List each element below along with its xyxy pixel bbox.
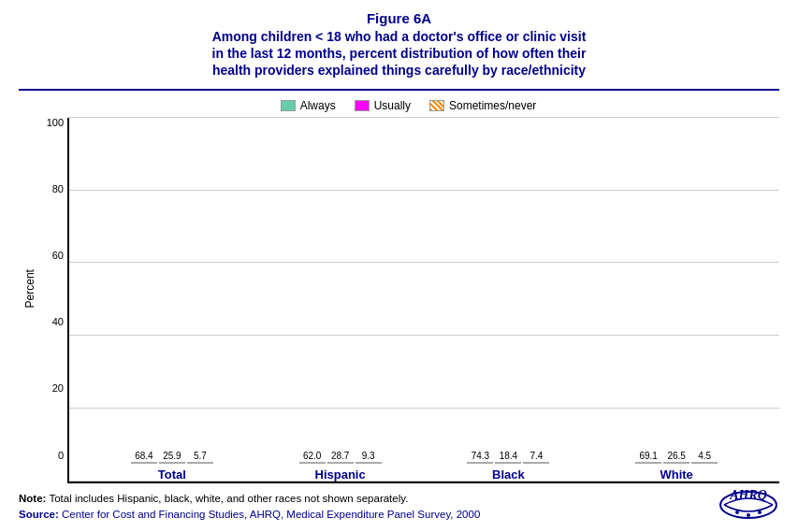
bar-wrap: 18.4: [495, 451, 521, 464]
bar-always: [467, 462, 493, 464]
source-label: Source:: [19, 509, 59, 520]
ahrq-svg: AHRQ: [718, 479, 779, 521]
note-text: Total includes Hispanic, black, white, a…: [49, 493, 408, 504]
bar-group: 69.126.54.5White: [635, 451, 718, 482]
legend-sometimes: Sometimes/never: [429, 99, 536, 112]
bar-wrap: 7.4: [523, 451, 549, 464]
ahrq-logo: AHRQ: [718, 479, 779, 521]
bar-wrap: 74.3: [467, 451, 493, 464]
y-tick-80: 80: [52, 184, 64, 194]
plot-area: 68.425.95.7Total62.028.79.3Hispanic74.31…: [67, 118, 779, 482]
bars-row: 62.028.79.3: [299, 451, 382, 464]
bar-value-label: 74.3: [472, 451, 489, 461]
y-tick-60: 60: [52, 251, 64, 261]
graph-wrapper: 0 20 40 60 80 100 68.425.95.7Total62.028…: [37, 118, 779, 482]
bar-group: 68.425.95.7Total: [131, 451, 213, 482]
y-ticks: 0 20 40 60 80 100: [37, 118, 67, 482]
bars-row: 74.318.47.4: [467, 451, 549, 464]
bar-value-label: 18.4: [500, 451, 517, 461]
bar-value-label: 7.4: [530, 451, 543, 461]
bars-row: 69.126.54.5: [635, 451, 718, 464]
bar-wrap: 9.3: [355, 451, 382, 464]
legend-sometimes-label: Sometimes/never: [449, 99, 536, 112]
bar-always: [131, 462, 157, 464]
title-divider: [19, 89, 779, 91]
bar-wrap: 26.5: [663, 451, 689, 464]
bar-sometimes: [355, 462, 382, 464]
y-axis-label: Percent: [19, 95, 37, 482]
bar-groups: 68.425.95.7Total62.028.79.3Hispanic74.31…: [69, 118, 779, 481]
bar-group-label: Black: [492, 467, 525, 482]
legend-sometimes-box: [429, 100, 444, 111]
legend-always-box: [281, 100, 296, 111]
bar-value-label: 4.5: [698, 451, 711, 461]
svg-point-4: [758, 510, 762, 514]
bar-group: 62.028.79.3Hispanic: [299, 451, 382, 482]
bar-value-label: 69.1: [639, 451, 657, 461]
chart-area: Always Usually Sometimes/never 0 20 40: [37, 95, 779, 482]
bar-usually: [327, 462, 354, 464]
bar-group-label: White: [660, 467, 692, 482]
bar-wrap: 28.7: [327, 451, 354, 464]
bar-wrap: 4.5: [691, 451, 718, 464]
bar-wrap: 25.9: [159, 451, 185, 464]
bar-value-label: 25.9: [163, 451, 181, 461]
bar-always: [635, 462, 661, 464]
y-tick-20: 20: [52, 383, 64, 394]
note-line: Note: Total includes Hispanic, black, wh…: [19, 491, 779, 507]
bar-usually: [159, 462, 185, 464]
bar-wrap: 62.0: [299, 451, 326, 464]
legend-always: Always: [281, 99, 336, 112]
bar-sometimes: [691, 462, 718, 464]
bar-value-label: 68.4: [135, 451, 152, 461]
y-tick-100: 100: [47, 118, 64, 128]
bar-value-label: 5.7: [194, 451, 207, 461]
note-label: Note:: [19, 493, 46, 504]
bar-usually: [495, 462, 521, 464]
bar-always: [299, 462, 326, 464]
bar-group: 74.318.47.4Black: [467, 451, 549, 482]
bar-wrap: 5.7: [187, 451, 213, 464]
bar-value-label: 62.0: [303, 451, 321, 461]
bar-group-label: Total: [158, 467, 186, 482]
footnotes: Note: Total includes Hispanic, black, wh…: [19, 491, 779, 524]
legend-usually: Usually: [355, 99, 411, 112]
legend-always-label: Always: [300, 99, 336, 112]
legend-usually-label: Usually: [374, 99, 411, 112]
svg-point-2: [735, 510, 739, 514]
bar-wrap: 68.4: [131, 451, 157, 464]
y-tick-40: 40: [52, 317, 64, 327]
bar-value-label: 28.7: [331, 451, 349, 461]
bar-wrap: 69.1: [635, 451, 661, 464]
page: Figure 6A Among children < 18 who had a …: [0, 0, 798, 532]
figure-title: Figure 6A: [19, 9, 779, 28]
svg-point-3: [747, 513, 750, 517]
bar-sometimes: [523, 462, 549, 464]
chart-container: Percent Always Usually Sometimes/never: [19, 95, 779, 482]
y-tick-0: 0: [58, 451, 64, 461]
bar-group-label: Hispanic: [315, 467, 366, 482]
bar-usually: [663, 462, 689, 464]
bar-value-label: 26.5: [667, 451, 685, 461]
source-line: Source: Center for Cost and Financing St…: [19, 507, 779, 523]
legend: Always Usually Sometimes/never: [37, 99, 779, 112]
title-area: Figure 6A Among children < 18 who had a …: [19, 9, 779, 79]
source-text: Center for Cost and Financing Studies, A…: [62, 509, 480, 520]
bar-sometimes: [187, 462, 213, 464]
figure-subtitle: Among children < 18 who had a doctor's o…: [19, 28, 779, 79]
bar-value-label: 9.3: [362, 451, 375, 461]
legend-usually-box: [355, 100, 370, 111]
bars-row: 68.425.95.7: [131, 451, 213, 464]
